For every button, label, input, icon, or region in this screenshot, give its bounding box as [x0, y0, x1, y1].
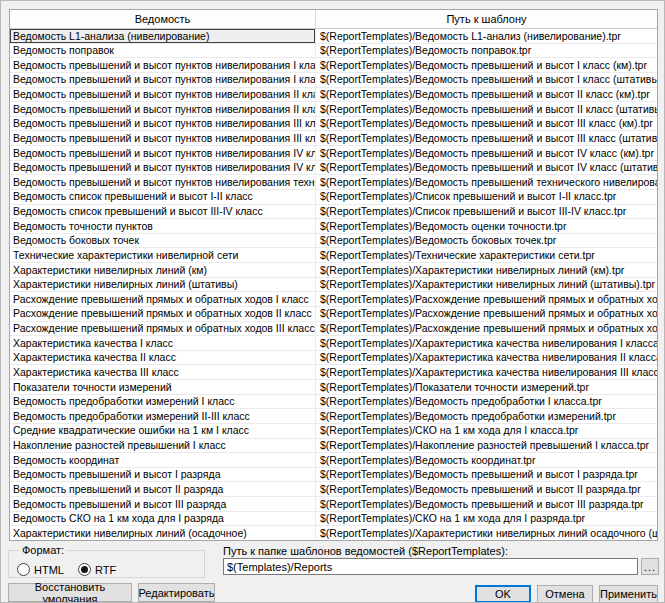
template-path-cell[interactable]: $(ReportTemplates)/Ведомость L1-анализ (…	[316, 29, 657, 43]
report-name-cell[interactable]: Ведомость список превышений и высот III-…	[10, 205, 316, 219]
cancel-button[interactable]: Отмена	[537, 585, 593, 603]
template-path-cell[interactable]: $(ReportTemplates)/Характеристика качест…	[316, 351, 657, 365]
table-row[interactable]: Ведомость превышений и высот пунктов нив…	[10, 131, 657, 146]
report-name-cell[interactable]: Ведомость поправок	[10, 44, 316, 58]
report-name-cell[interactable]: Ведомость точности пунктов	[10, 219, 316, 233]
report-name-cell[interactable]: Средние квадратические ошибки на 1 км I …	[10, 424, 316, 438]
table-row[interactable]: Ведомость превышений и высот пунктов нив…	[10, 117, 657, 132]
table-row[interactable]: Расхождение превышений прямых и обратных…	[10, 322, 657, 337]
report-name-cell[interactable]: Ведомость превышений и высот пунктов нив…	[10, 146, 316, 160]
table-row[interactable]: Ведомость предобработки измерений I клас…	[10, 395, 657, 410]
template-path-cell[interactable]: $(ReportTemplates)/Технические характери…	[316, 248, 657, 262]
report-name-cell[interactable]: Ведомость превышений и высот пунктов нив…	[10, 117, 316, 131]
rtf-radio[interactable]	[78, 563, 91, 576]
template-path-cell[interactable]: $(ReportTemplates)/Ведомость превышений …	[316, 102, 657, 116]
report-name-cell[interactable]: Ведомость превышений и высот пунктов нив…	[10, 175, 316, 189]
template-path-cell[interactable]: $(ReportTemplates)/Ведомость боковых точ…	[316, 234, 657, 248]
template-path-cell[interactable]: $(ReportTemplates)/Ведомость превышений …	[316, 131, 657, 145]
template-path-cell[interactable]: $(ReportTemplates)/Ведомость поправок.tp…	[316, 44, 657, 58]
template-path-cell[interactable]: $(ReportTemplates)/Накопление разностей …	[316, 439, 657, 453]
table-row[interactable]: Средние квадратические ошибки на 1 км I …	[10, 424, 657, 439]
report-name-cell[interactable]: Расхождение превышений прямых и обратных…	[10, 322, 316, 336]
template-path-cell[interactable]: $(ReportTemplates)/Ведомость превышений …	[316, 482, 657, 496]
table-row[interactable]: Ведомость превышений и высот I разряда$(…	[10, 468, 657, 483]
table-row[interactable]: Показатели точности измерений$(ReportTem…	[10, 380, 657, 395]
report-name-cell[interactable]: Ведомость список превышений и высот I-II…	[10, 190, 316, 204]
template-path-cell[interactable]: $(ReportTemplates)/Ведомость превышений …	[316, 58, 657, 72]
table-row[interactable]: Характеристики нивелирных линий (км)$(Re…	[10, 263, 657, 278]
report-name-cell[interactable]: Ведомость боковых точек	[10, 234, 316, 248]
report-name-cell[interactable]: Ведомость превышений и высот пунктов нив…	[10, 131, 316, 145]
templates-path-input[interactable]	[223, 558, 638, 575]
table-row[interactable]: Характеристики нивелирных линий (осадочн…	[10, 526, 657, 540]
template-path-cell[interactable]: $(ReportTemplates)/Ведомость оценки точн…	[316, 219, 657, 233]
table-row[interactable]: Характеристика качества I класс$(ReportT…	[10, 336, 657, 351]
template-path-cell[interactable]: $(ReportTemplates)/Расхождение превышени…	[316, 307, 657, 321]
table-row[interactable]: Ведомость превышений и высот II разряда$…	[10, 482, 657, 497]
report-name-cell[interactable]: Ведомость СКО на 1 км хода для I разряда	[10, 512, 316, 526]
rtf-radio-label[interactable]: RTF	[95, 564, 116, 576]
table-row[interactable]: Ведомость координат$(ReportTemplates)/Ве…	[10, 453, 657, 468]
report-name-cell[interactable]: Характеристика качества III класс	[10, 365, 316, 379]
report-name-cell[interactable]: Характеристики нивелирных линий (осадочн…	[10, 526, 316, 540]
table-row[interactable]: Характеристики нивелирных линий (штативы…	[10, 278, 657, 293]
ok-button[interactable]: OK	[475, 585, 531, 603]
report-name-cell[interactable]: Расхождение превышений прямых и обратных…	[10, 307, 316, 321]
template-path-cell[interactable]: $(ReportTemplates)/Расхождение превышени…	[316, 322, 657, 336]
table-row[interactable]: Ведомость превышений и высот пунктов нив…	[10, 88, 657, 103]
html-radio[interactable]	[17, 563, 30, 576]
report-name-cell[interactable]: Ведомость превышений и высот II разряда	[10, 482, 316, 496]
template-path-cell[interactable]: $(ReportTemplates)/Ведомость превышений …	[316, 468, 657, 482]
report-name-cell[interactable]: Ведомость превышений и высот пунктов нив…	[10, 88, 316, 102]
template-path-cell[interactable]: $(ReportTemplates)/Ведомость превышений …	[316, 117, 657, 131]
report-name-cell[interactable]: Ведомость превышений и высот пунктов нив…	[10, 73, 316, 87]
template-path-cell[interactable]: $(ReportTemplates)/Ведомость предобработ…	[316, 395, 657, 409]
table-row[interactable]: Ведомость превышений и высот III разряда…	[10, 497, 657, 512]
report-name-cell[interactable]: Ведомость предобработки измерений II-III…	[10, 409, 316, 423]
table-row[interactable]: Ведомость СКО на 1 км хода для I разряда…	[10, 512, 657, 527]
apply-button[interactable]: Применить	[599, 585, 658, 603]
report-name-cell[interactable]: Ведомость превышений и высот пунктов нив…	[10, 102, 316, 116]
template-path-cell[interactable]: $(ReportTemplates)/Характеристика качест…	[316, 365, 657, 379]
table-row[interactable]: Расхождение превышений прямых и обратных…	[10, 292, 657, 307]
restore-defaults-button[interactable]: Восстановить умолчания	[8, 583, 132, 602]
report-name-cell[interactable]: Характеристики нивелирных линий (км)	[10, 263, 316, 277]
table-row[interactable]: Расхождение превышений прямых и обратных…	[10, 307, 657, 322]
table-row[interactable]: Ведомость список превышений и высот III-…	[10, 205, 657, 220]
table-row[interactable]: Ведомость список превышений и высот I-II…	[10, 190, 657, 205]
template-path-cell[interactable]: $(ReportTemplates)/Ведомость координат.t…	[316, 453, 657, 467]
template-path-cell[interactable]: $(ReportTemplates)/Список превышений и в…	[316, 190, 657, 204]
report-name-cell[interactable]: Ведомость превышений и высот III разряда	[10, 497, 316, 511]
template-path-cell[interactable]: $(ReportTemplates)/Расхождение превышени…	[316, 292, 657, 306]
table-row[interactable]: Ведомость боковых точек$(ReportTemplates…	[10, 234, 657, 249]
report-name-cell[interactable]: Характеристика качества II класс	[10, 351, 316, 365]
report-name-cell[interactable]: Характеристики нивелирных линий (штативы…	[10, 278, 316, 292]
report-name-cell[interactable]: Накопление разностей превышений I класс	[10, 439, 316, 453]
template-path-cell[interactable]: $(ReportTemplates)/Характеристики нивели…	[316, 278, 657, 292]
table-row[interactable]: Ведомость предобработки измерений II-III…	[10, 409, 657, 424]
report-name-cell[interactable]: Ведомость предобработки измерений I клас…	[10, 395, 316, 409]
table-row[interactable]: Ведомость поправок$(ReportTemplates)/Вед…	[10, 44, 657, 59]
report-name-cell[interactable]: Технические характеристики нивелирной се…	[10, 248, 316, 262]
template-path-cell[interactable]: $(ReportTemplates)/Характеристики нивели…	[316, 526, 657, 540]
template-path-cell[interactable]: $(ReportTemplates)/Список превышений и в…	[316, 205, 657, 219]
template-path-cell[interactable]: $(ReportTemplates)/Ведомость превышений …	[316, 73, 657, 87]
template-path-cell[interactable]: $(ReportTemplates)/Ведомость превышений …	[316, 161, 657, 175]
template-path-cell[interactable]: $(ReportTemplates)/Ведомость превышений …	[316, 497, 657, 511]
template-path-cell[interactable]: $(ReportTemplates)/Ведомость предобработ…	[316, 409, 657, 423]
template-path-cell[interactable]: $(ReportTemplates)/Показатели точности и…	[316, 380, 657, 394]
template-path-cell[interactable]: $(ReportTemplates)/СКО на 1 км хода для …	[316, 512, 657, 526]
report-name-cell[interactable]: Ведомость координат	[10, 453, 316, 467]
browse-button[interactable]: ...	[641, 558, 659, 575]
report-name-cell[interactable]: Показатели точности измерений	[10, 380, 316, 394]
report-name-cell[interactable]: Расхождение превышений прямых и обратных…	[10, 292, 316, 306]
table-row[interactable]: Накопление разностей превышений I класс$…	[10, 439, 657, 454]
table-row[interactable]: Ведомость превышений и высот пунктов нив…	[10, 146, 657, 161]
table-row[interactable]: Ведомость превышений и высот пунктов нив…	[10, 102, 657, 117]
template-path-cell[interactable]: $(ReportTemplates)/Ведомость превышений …	[316, 146, 657, 160]
table-row[interactable]: Ведомость превышений и высот пунктов нив…	[10, 175, 657, 190]
table-row[interactable]: Характеристика качества III класс$(Repor…	[10, 365, 657, 380]
template-path-cell[interactable]: $(ReportTemplates)/Характеристика качест…	[316, 336, 657, 350]
report-name-cell[interactable]: Ведомость превышений и высот I разряда	[10, 468, 316, 482]
report-name-cell[interactable]: Ведомость L1-анализа (нивелирование)	[10, 29, 316, 43]
